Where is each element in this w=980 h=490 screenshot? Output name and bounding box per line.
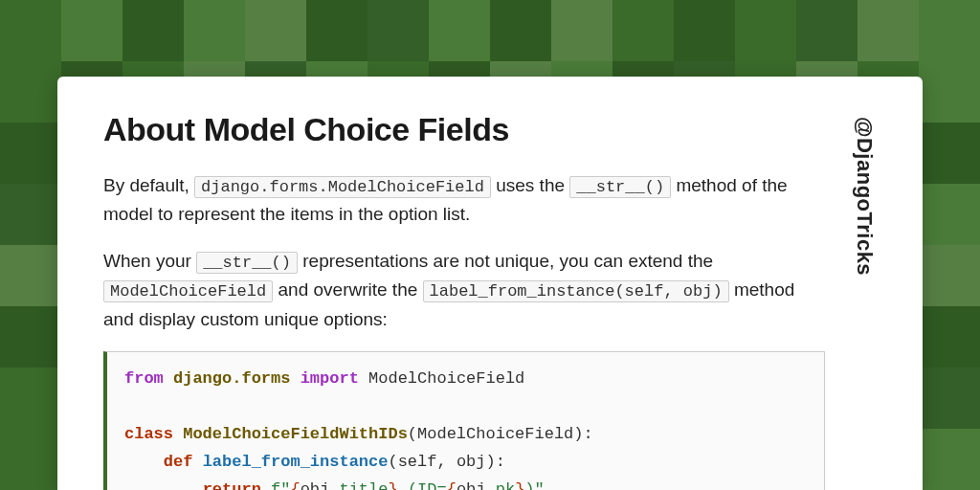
code-block: from django.forms import ModelChoiceFiel… bbox=[103, 351, 825, 490]
inline-code: __str__() bbox=[569, 176, 671, 198]
keyword-from: from bbox=[124, 369, 164, 388]
params: self, obj bbox=[398, 453, 486, 471]
import-target: ModelChoiceField bbox=[368, 369, 524, 388]
text: representations are not unique, you can … bbox=[302, 251, 713, 271]
page-title: About Model Choice Fields bbox=[103, 111, 825, 148]
fstring-brace: } bbox=[515, 480, 524, 490]
expr: obj bbox=[301, 480, 330, 490]
text: When your bbox=[103, 251, 196, 271]
module-name: django.forms bbox=[173, 369, 290, 388]
author-handle: @DjangoTricks bbox=[852, 111, 877, 490]
article-card: About Model Choice Fields By default, dj… bbox=[57, 77, 923, 490]
string-part: )" bbox=[524, 480, 544, 490]
keyword-class: class bbox=[124, 425, 173, 443]
inline-code: django.forms.ModelChoiceField bbox=[194, 176, 491, 198]
inline-code: label_from_instance(self, obj) bbox=[423, 280, 729, 302]
string-part: (ID= bbox=[398, 480, 447, 490]
article-content: About Model Choice Fields By default, dj… bbox=[103, 111, 825, 490]
fstring-brace: { bbox=[447, 480, 457, 490]
text: By default, bbox=[103, 175, 194, 195]
keyword-def: def bbox=[164, 453, 193, 471]
paragraph-2: When your __str__() representations are … bbox=[103, 247, 825, 334]
keyword-import: import bbox=[301, 369, 359, 388]
paragraph-1: By default, django.forms.ModelChoiceFiel… bbox=[103, 171, 825, 230]
class-name: ModelChoiceFieldWithIDs bbox=[183, 425, 408, 443]
expr: .pk bbox=[486, 480, 516, 490]
inline-code: ModelChoiceField bbox=[103, 280, 273, 302]
inline-code: __str__() bbox=[196, 252, 298, 274]
text: and overwrite the bbox=[278, 279, 423, 300]
fstring-brace: { bbox=[290, 480, 300, 490]
expr: obj bbox=[457, 480, 486, 490]
base-class: ModelChoiceField bbox=[417, 425, 573, 443]
function-name: label_from_instance bbox=[203, 453, 389, 471]
keyword-return: return bbox=[203, 480, 261, 490]
string-part: f" bbox=[271, 480, 290, 490]
fstring-brace: } bbox=[388, 480, 397, 490]
text: uses the bbox=[496, 175, 569, 195]
expr: .title bbox=[329, 480, 388, 490]
